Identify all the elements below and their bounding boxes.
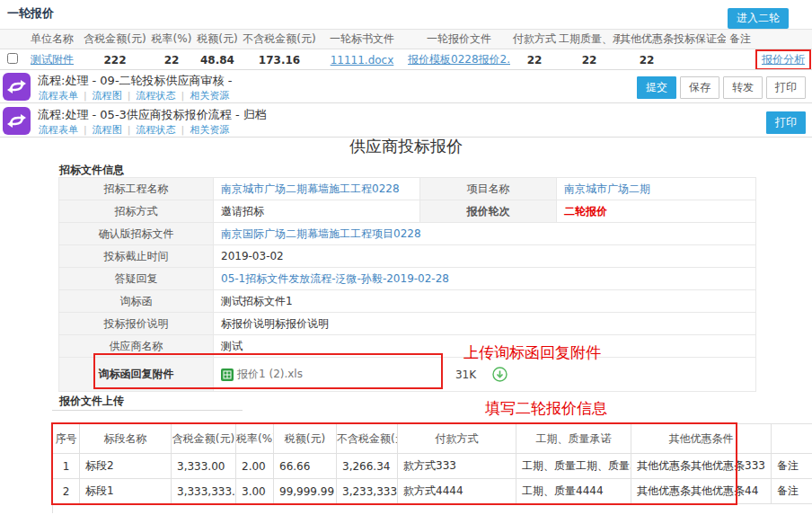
print-button[interactable]: 打印 bbox=[766, 111, 806, 134]
cell-remark: 备注 bbox=[772, 479, 812, 504]
download-icon[interactable] bbox=[492, 367, 508, 382]
cell-payment: 款方式333 bbox=[398, 454, 516, 479]
field-label-deadline: 投标截止时间 bbox=[59, 245, 214, 268]
col-deposit: 投标保证金证... bbox=[674, 30, 726, 49]
quote-file-link[interactable]: 报价模板0228报价2.xls bbox=[408, 53, 510, 66]
cell-tax: 99,999.99 bbox=[274, 479, 337, 504]
cell-section-name: 标段2 bbox=[80, 454, 172, 479]
submit-button[interactable]: 提交 bbox=[637, 76, 676, 99]
workflow-actions: 提交保存转发打印 bbox=[633, 76, 806, 99]
first-round-header-row: 单位名称 含税金额(元) 税率(%) 税额(元) 不含税金额(元) 一轮标书文件… bbox=[0, 30, 812, 49]
cell-other-terms: 其他优惠条其他优惠条333 bbox=[631, 454, 772, 479]
bid-file-link[interactable]: 11111.docx bbox=[331, 54, 394, 67]
field-value-confirmed-doc[interactable]: 南京国际广场二期幕墙施工工程项目0228 bbox=[221, 227, 421, 240]
field-value-item[interactable]: 南京城市广场二期 bbox=[564, 182, 650, 195]
workflow-icon bbox=[3, 107, 31, 135]
forward-button[interactable]: 转发 bbox=[723, 76, 763, 99]
field-label-project: 招标工程名称 bbox=[59, 178, 214, 200]
workflow-title: 流程:处理 - 09-二轮投标供应商审核 - bbox=[38, 73, 232, 89]
cell-seq: 1 bbox=[53, 454, 80, 479]
link-flow-resources[interactable]: 相关资源 bbox=[190, 90, 229, 102]
save-button[interactable]: 保存 bbox=[680, 76, 719, 99]
cell-rate: 3.00 bbox=[236, 479, 274, 504]
first-round-table: 单位名称 含税金额(元) 税率(%) 税额(元) 不含税金额(元) 一轮标书文件… bbox=[0, 29, 812, 71]
field-value-quote-note: 标报价说明标报价说明 bbox=[214, 313, 756, 335]
table-row: 测试附件 222 22 48.84 173.16 11111.docx 报价模板… bbox=[0, 49, 812, 71]
field-value-deadline: 2019-03-02 bbox=[214, 245, 756, 268]
attachment-size: 31K bbox=[455, 368, 476, 381]
col-tax: 税额(元) bbox=[274, 424, 337, 454]
divider bbox=[52, 410, 243, 411]
field-label-supplier-name: 供应商名称 bbox=[59, 335, 214, 358]
col-other-terms: 其他优惠条件 bbox=[631, 424, 772, 454]
field-value-quote-round: 二轮报价 bbox=[557, 200, 756, 223]
link-flow-status[interactable]: 流程状态 bbox=[136, 90, 175, 102]
link-flow-status[interactable]: 流程状态 bbox=[136, 124, 175, 136]
quote-header-row: 序号 标段名称 含税金额(元) 税率(%) 税额(元) 不含税金额(元) 付款方… bbox=[53, 424, 812, 454]
col-bid-file: 一轮标书文件 bbox=[316, 30, 408, 49]
link-flow-chart[interactable]: 流程图 bbox=[93, 124, 122, 136]
col-seq: 序号 bbox=[53, 424, 80, 454]
field-value-bid-method: 邀请招标 bbox=[214, 200, 420, 223]
table-row: 1 标段2 3,333.00 2.00 66.66 3,266.34 款方式33… bbox=[53, 454, 812, 479]
link-flow-resources[interactable]: 相关资源 bbox=[190, 124, 229, 136]
link-flow-chart[interactable]: 流程图 bbox=[93, 90, 122, 102]
cell-amount-tax: 3,333.00 bbox=[172, 454, 236, 479]
workflow-title: 流程:处理 - 05-3供应商投标报价流程 - 归档 bbox=[38, 107, 267, 123]
col-unit-name: 单位名称 bbox=[25, 30, 79, 49]
col-payment: 付款方式 bbox=[510, 30, 559, 49]
cell-quality-promise: 工期、质量工期、质量3333 bbox=[516, 454, 631, 479]
workflow-bar-review: 流程:处理 - 09-二轮投标供应商审核 - 流程表单|流程图|流程状态|相关资… bbox=[0, 70, 812, 103]
annotation-upload-reply: 上传询标函回复附件 bbox=[463, 342, 601, 363]
form-title: 供应商投标报价 bbox=[0, 136, 812, 157]
cell-amount-no-tax: 173.16 bbox=[243, 49, 316, 71]
link-flow-form[interactable]: 流程表单 bbox=[39, 90, 78, 102]
field-value-project[interactable]: 南京城市广场二期幕墙施工工程0228 bbox=[221, 182, 400, 195]
workflow-links: 流程表单|流程图|流程状态|相关资源 bbox=[39, 123, 229, 137]
quote-analysis-link[interactable]: 报价分析 bbox=[762, 53, 805, 66]
field-label-quote-note: 投标报价说明 bbox=[59, 313, 214, 335]
col-quote-file: 一轮报价文件 bbox=[408, 30, 510, 49]
annotation-fill-round2: 填写二轮报价信息 bbox=[485, 398, 607, 419]
bid-doc-info-table: 招标工程名称 南京城市广场二期幕墙施工工程0228 项目名称 南京城市广场二期 … bbox=[58, 177, 756, 392]
field-value-qa-reply[interactable]: 05-1招标文件发放流程-泛微-孙毅-2019-02-28 bbox=[221, 272, 449, 285]
cell-quality-promise: 工期、质量4444 bbox=[516, 479, 631, 504]
row-checkbox[interactable] bbox=[7, 53, 18, 64]
field-label-quote-round: 报价轮次 bbox=[420, 200, 557, 223]
excel-file-icon bbox=[221, 368, 234, 381]
link-flow-form[interactable]: 流程表单 bbox=[39, 124, 78, 136]
col-amount-tax: 含税金额(元) bbox=[172, 424, 236, 454]
cell-other: 22 bbox=[620, 49, 674, 71]
cell-payment: 款方式4444 bbox=[398, 479, 516, 504]
cell-amount-tax: 222 bbox=[79, 49, 151, 71]
col-actions bbox=[755, 30, 812, 49]
attachment-cell: 报价1 (2).xls 31K bbox=[221, 367, 748, 382]
workflow-bar-quote-flow: 流程:处理 - 05-3供应商投标报价流程 - 归档 流程表单|流程图|流程状态… bbox=[0, 104, 812, 138]
cell-seq: 2 bbox=[53, 479, 80, 504]
analysis-highlight-box: 报价分析 bbox=[755, 49, 811, 70]
workflow-links: 流程表单|流程图|流程状态|相关资源 bbox=[39, 89, 229, 102]
field-label-qa-reply: 答疑回复 bbox=[59, 268, 214, 290]
cell-amount-no-tax: 3,233,333.01 bbox=[337, 479, 398, 504]
print-button[interactable]: 打印 bbox=[766, 76, 806, 99]
workflow-actions: 打印 bbox=[763, 111, 806, 134]
col-tax: 税额(元) bbox=[192, 30, 243, 49]
section-quote-upload: 报价文件上传 bbox=[59, 394, 124, 409]
col-section-name: 标段名称 bbox=[80, 424, 172, 454]
cell-section-name: 标段1 bbox=[80, 479, 172, 504]
field-value-inquiry-letter: 测试招标文件1 bbox=[214, 290, 756, 313]
app-window: 一轮报价 进入二轮 单位名称 含税金额(元) 税率(%) 税额(元) 不含税金额… bbox=[0, 0, 812, 515]
field-label-inquiry-letter: 询标函 bbox=[59, 290, 214, 313]
col-remark: 备注 bbox=[726, 30, 755, 49]
field-label-bid-method: 招标方式 bbox=[59, 200, 214, 223]
attachment-filename[interactable]: 报价1 (2).xls bbox=[237, 367, 303, 382]
cell-deposit bbox=[674, 49, 726, 71]
unit-name-link[interactable]: 测试附件 bbox=[31, 53, 74, 66]
quote-table-wrapper: 序号 标段名称 含税金额(元) 税率(%) 税额(元) 不含税金额(元) 付款方… bbox=[52, 423, 812, 514]
col-payment: 付款方式 bbox=[398, 424, 516, 454]
enter-round2-button[interactable]: 进入二轮 bbox=[728, 8, 789, 29]
cell-tax: 48.84 bbox=[192, 49, 243, 71]
cell-rate: 22 bbox=[151, 49, 192, 71]
first-round-title: 一轮报价 bbox=[7, 5, 54, 22]
field-label-reply-attachment: 询标函回复附件 bbox=[59, 358, 214, 392]
